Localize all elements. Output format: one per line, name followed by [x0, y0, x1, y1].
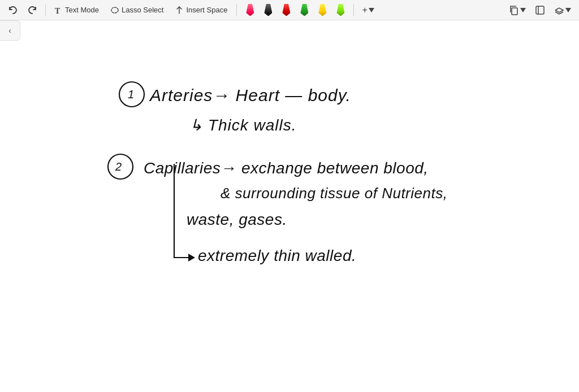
- svg-point-1: [111, 7, 118, 13]
- black-pen-button[interactable]: [260, 2, 276, 18]
- divider-1: [45, 4, 46, 16]
- copy-icon: [509, 5, 519, 15]
- pink-pen-button[interactable]: [241, 2, 258, 18]
- svg-marker-8: [565, 8, 571, 12]
- svg-marker-18: [188, 254, 195, 262]
- lime-highlighter-button[interactable]: [332, 2, 349, 18]
- insert-space-button[interactable]: Insert Space: [170, 3, 232, 17]
- layers-icon: [554, 5, 564, 15]
- svg-rect-6: [536, 6, 544, 14]
- copy-chevron-icon: [520, 8, 526, 12]
- toolbar-right: [505, 2, 574, 18]
- copy-button[interactable]: [505, 3, 529, 18]
- insert-space-label: Insert Space: [186, 6, 227, 14]
- svg-rect-4: [512, 8, 517, 15]
- svg-text:2: 2: [115, 160, 122, 173]
- red-pen-button[interactable]: [278, 2, 295, 18]
- green-pen-button[interactable]: [296, 2, 313, 18]
- canvas-area: 1 Arteries→ Heart — body. ↳ Thick walls.…: [0, 20, 579, 392]
- shape-button[interactable]: [532, 2, 548, 18]
- yellow-highlighter-button[interactable]: [314, 2, 331, 18]
- svg-text:& surrounding tissue of Nutrie: & surrounding tissue of Nutrients,: [221, 185, 447, 202]
- divider-2: [236, 4, 237, 16]
- layers-chevron-icon: [565, 8, 571, 12]
- svg-text:1: 1: [128, 88, 134, 101]
- sidebar-toggle-icon: ‹: [8, 26, 11, 35]
- svg-text:↳ Thick walls.: ↳ Thick walls.: [189, 116, 296, 134]
- add-chevron-icon: [369, 8, 374, 12]
- text-mode-label: Text Mode: [65, 6, 99, 14]
- shape-icon: [535, 5, 545, 15]
- divider-3: [353, 4, 354, 16]
- sidebar-toggle-button[interactable]: ‹: [0, 20, 20, 41]
- text-mode-button[interactable]: T Text Mode: [50, 3, 103, 17]
- layers-button[interactable]: [551, 3, 574, 18]
- svg-marker-3: [369, 8, 374, 12]
- svg-text:Capillaries→  exchange between: Capillaries→ exchange between blood,: [144, 159, 429, 177]
- plus-icon: +: [362, 5, 367, 15]
- svg-text:Arteries→  Heart —  body.: Arteries→ Heart — body.: [149, 86, 351, 104]
- redo-button[interactable]: [24, 2, 41, 18]
- svg-text:T: T: [55, 7, 61, 15]
- toolbar: T Text Mode Lasso Select Insert Space: [0, 0, 579, 20]
- lasso-label: Lasso Select: [122, 6, 163, 14]
- svg-text:extremely thin walled.: extremely thin walled.: [198, 247, 356, 264]
- svg-marker-5: [520, 8, 526, 12]
- lasso-select-button[interactable]: Lasso Select: [106, 3, 168, 17]
- svg-text:waste, gases.: waste, gases.: [187, 211, 287, 228]
- handwritten-notes: 1 Arteries→ Heart — body. ↳ Thick walls.…: [0, 20, 579, 392]
- pen-palette: [241, 2, 349, 18]
- undo-button[interactable]: [5, 2, 21, 18]
- add-tool-button[interactable]: +: [358, 3, 377, 18]
